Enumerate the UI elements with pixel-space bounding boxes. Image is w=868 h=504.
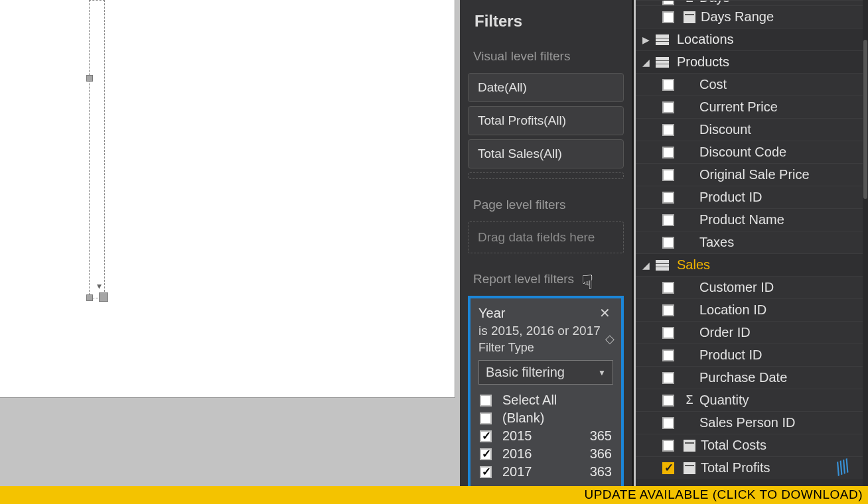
report-page[interactable]: ▾ (0, 0, 455, 398)
clear-filter-icon[interactable]: ◇ (605, 332, 615, 346)
field-row[interactable]: Purchase Date (636, 366, 868, 389)
field-checkbox[interactable] (662, 304, 674, 316)
table-row-sales[interactable]: ◢Sales (636, 253, 868, 276)
filter-option[interactable]: 2015365 (478, 427, 613, 445)
table-name: Products (677, 54, 729, 70)
table-name: Locations (677, 32, 734, 47)
field-name: Purchase Date (699, 370, 787, 385)
collapse-icon[interactable]: ◢ (640, 57, 652, 68)
field-row[interactable]: Cost (636, 73, 868, 95)
field-row[interactable]: ΣQuantity (636, 389, 868, 411)
field-row[interactable]: Order ID (636, 321, 868, 344)
visual-filter-total-sales[interactable]: Total Sales(All) (468, 139, 624, 168)
filter-option-label: (Blank) (502, 410, 612, 426)
field-checkbox[interactable] (662, 11, 674, 23)
field-checkbox[interactable] (662, 282, 674, 294)
page-filters-dropzone[interactable]: Drag data fields here (468, 221, 624, 253)
filter-type-select[interactable]: Basic filtering ▼ (478, 360, 613, 385)
field-row[interactable]: Total Costs (636, 434, 868, 456)
filter-options-list: Select All(Blank)201536520163662017363 (478, 391, 613, 481)
scrollbar-thumb[interactable] (863, 40, 867, 199)
table-row-products[interactable]: ◢Products (636, 50, 868, 73)
field-checkbox[interactable] (662, 462, 674, 474)
visual-filter-date[interactable]: Date(All) (468, 73, 624, 102)
filter-option-label: 2015 (502, 428, 590, 444)
field-row[interactable]: Discount (636, 118, 868, 141)
filter-option-label: 2016 (502, 446, 590, 462)
visual-filters-dropzone[interactable] (468, 172, 624, 179)
update-available-bar[interactable]: UPDATE AVAILABLE (CLICK TO DOWNLOAD) (0, 486, 868, 504)
table-icon (656, 34, 669, 45)
filter-option[interactable]: (Blank) (478, 409, 613, 427)
table-row-locations[interactable]: ▶Locations (636, 28, 868, 50)
field-checkbox[interactable] (662, 440, 674, 452)
field-name: Order ID (699, 325, 751, 340)
field-row[interactable]: Product ID (636, 344, 868, 366)
collapse-icon[interactable]: ◢ (640, 260, 652, 271)
field-row[interactable]: Discount Code (636, 141, 868, 163)
resize-handle-bottom-right[interactable] (99, 292, 108, 302)
field-name: Taxes (699, 235, 734, 250)
field-name: Product ID (699, 347, 762, 363)
filter-option[interactable]: Select All (478, 391, 613, 409)
field-checkbox[interactable] (662, 169, 674, 181)
column-icon (684, 440, 695, 452)
field-checkbox[interactable] (662, 147, 674, 158)
visual-filters-label: Visual level filters (460, 40, 632, 69)
fields-panel: ΣDaysDays Range▶Locations◢Products Cost … (636, 0, 868, 486)
filter-type-label: Filter Type (478, 341, 613, 355)
scroll-down-icon[interactable]: ▾ (97, 281, 102, 291)
field-row[interactable]: ΣDays (636, 0, 868, 5)
field-checkbox[interactable] (662, 395, 674, 407)
report-filter-year[interactable]: Year ✕ is 2015, 2016 or 2017 Filter Type… (468, 296, 624, 493)
filter-option-count: 365 (590, 428, 612, 444)
field-row[interactable]: Days Range (636, 5, 868, 28)
field-checkbox[interactable] (662, 417, 674, 429)
field-checkbox[interactable] (662, 237, 674, 249)
field-row[interactable]: Total Profits (636, 456, 868, 479)
checkbox[interactable] (480, 412, 492, 424)
field-checkbox[interactable] (662, 101, 674, 113)
field-checkbox[interactable] (662, 214, 674, 226)
field-checkbox[interactable] (662, 192, 674, 204)
field-row[interactable]: Sales Person ID (636, 411, 868, 434)
filter-summary: is 2015, 2016 or 2017 (478, 324, 613, 338)
field-checkbox[interactable] (662, 349, 674, 361)
field-checkbox[interactable] (662, 79, 674, 91)
field-checkbox[interactable] (662, 327, 674, 339)
checkbox[interactable] (480, 466, 492, 478)
fields-scrollbar[interactable] (863, 0, 868, 486)
filter-option-label: Select All (502, 393, 612, 408)
table-icon (656, 57, 669, 68)
checkbox[interactable] (480, 448, 492, 460)
report-canvas[interactable]: ▾ (0, 0, 460, 486)
expand-icon[interactable]: ▶ (640, 34, 652, 45)
field-checkbox[interactable] (662, 124, 674, 136)
sigma-icon: Σ (684, 0, 695, 5)
close-icon[interactable]: ✕ (597, 305, 613, 321)
page-filters-label: Page level filters (460, 188, 632, 218)
field-name: Total Costs (701, 438, 766, 453)
field-row[interactable]: Product Name (636, 208, 868, 231)
field-row[interactable]: Current Price (636, 95, 868, 118)
field-row[interactable]: Product ID (636, 186, 868, 208)
field-row[interactable]: Taxes (636, 231, 868, 253)
filter-option[interactable]: 2016366 (478, 445, 613, 463)
resize-handle-left[interactable] (86, 75, 93, 82)
selected-visual[interactable]: ▾ (89, 0, 105, 298)
field-checkbox[interactable] (662, 372, 674, 384)
filter-option[interactable]: 2017363 (478, 463, 613, 481)
field-row[interactable]: Original Sale Price (636, 163, 868, 186)
field-checkbox[interactable] (662, 0, 674, 5)
sigma-icon: Σ (684, 393, 695, 407)
table-icon (656, 260, 669, 271)
checkbox[interactable] (480, 395, 492, 407)
filter-field-name: Year (478, 306, 505, 321)
resize-handle-bottom-left[interactable] (86, 294, 93, 301)
table-name: Sales (677, 257, 710, 273)
field-row[interactable]: Customer ID (636, 276, 868, 298)
field-row[interactable]: Location ID (636, 298, 868, 321)
field-name: Total Profits (701, 460, 770, 475)
checkbox[interactable] (480, 430, 492, 442)
visual-filter-total-profits[interactable]: Total Profits(All) (468, 106, 624, 135)
